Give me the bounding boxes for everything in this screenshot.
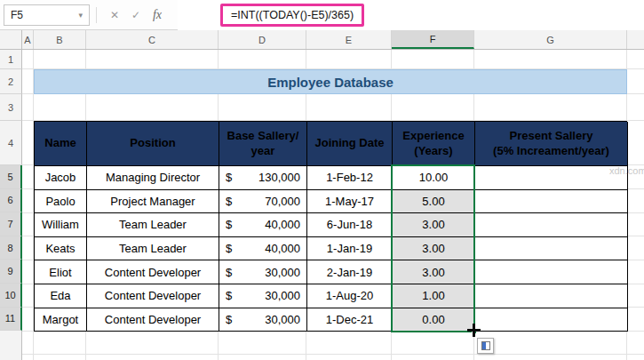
cell-name[interactable]: Paolo [35,190,87,214]
column-header-g[interactable]: G [474,30,627,49]
cell-name[interactable]: William [35,213,87,237]
cell-joining-date[interactable]: 6-Jun-18 [307,213,393,237]
cell-joining-date[interactable]: 1-Feb-12 [307,166,393,190]
cell-position[interactable]: Project Manager [87,190,219,214]
divider [96,7,97,23]
header-cell-name[interactable]: Name [35,122,87,166]
cell-present-salary[interactable] [475,237,628,261]
cell-position[interactable]: Team Leader [87,237,219,261]
cell-name[interactable]: Margot [35,308,87,332]
cell-position[interactable]: Content Developer [87,308,219,332]
row-header-4[interactable]: 4 [0,121,22,165]
sheet-title-cell[interactable]: Employee Database [34,69,627,94]
cell-position[interactable]: Content Developer [87,260,219,284]
row-header-7[interactable]: 7 [0,212,22,236]
cell-name[interactable]: Eliot [35,260,87,284]
row-header-6[interactable]: 6 [0,189,22,213]
cell-experience[interactable]: 3.00 [393,213,475,237]
cell-position[interactable]: Content Developer [87,284,219,308]
employee-table: Name Position Base Sallery/ year Joining… [34,121,627,332]
cell-position[interactable]: Team Leader [87,213,219,237]
header-cell-joining-date[interactable]: Joining Date [307,122,393,166]
header-cell-position[interactable]: Position [87,122,219,166]
cell-present-salary[interactable] [475,308,628,332]
formula-highlight-box: =INT((TODAY()-E5)/365) [220,4,364,27]
cell-name[interactable]: Jacob [35,166,87,190]
cell-experience[interactable]: 3.00 [393,237,475,261]
cell-position[interactable]: Managing Director [87,166,219,190]
cell-joining-date[interactable]: 1-Jan-19 [307,237,393,261]
currency-symbol: $ [226,242,232,255]
enter-icon[interactable]: ✓ [126,0,146,30]
currency-symbol: $ [226,289,232,302]
cell-experience[interactable]: 0.00 [393,308,475,332]
cell-joining-date[interactable]: 1-May-17 [307,190,393,214]
sheet-area: A B C D E F G 1 2 3 4 5 6 7 8 9 10 11 [0,30,644,360]
row-header-2[interactable]: 2 [0,69,22,94]
watermark-text: xdn.com [609,165,644,176]
cell-experience[interactable]: 5.00 [393,190,475,214]
column-header-a[interactable]: A [22,30,34,49]
column-header-b[interactable]: B [34,30,86,49]
formula-input[interactable]: =INT((TODAY()-E5)/365) [178,0,644,30]
row-header-5[interactable]: 5 [0,165,22,189]
active-cell-f5[interactable]: 10.00 [393,166,475,190]
cell-base-salary[interactable]: $30,000 [219,260,307,284]
currency-symbol: $ [226,266,232,279]
row-header-3[interactable]: 3 [0,94,22,121]
cell-base-salary[interactable]: $30,000 [219,308,307,332]
row-headers: 1 2 3 4 5 6 7 8 9 10 11 [0,50,22,360]
column-header-f[interactable]: F [392,30,474,49]
formula-text: =INT((TODAY()-E5)/365) [231,9,354,21]
header-cell-experience[interactable]: Experience (Years) [393,122,475,166]
row-header-9[interactable]: 9 [0,260,22,284]
cell-present-salary[interactable] [475,190,628,214]
cell-present-salary[interactable] [475,260,628,284]
row-header-11[interactable]: 11 [0,308,22,332]
row-header-10[interactable]: 10 [0,284,22,308]
cell-name[interactable]: Eda [35,284,87,308]
currency-symbol: $ [226,171,232,184]
name-box-dropdown-icon[interactable]: ▾ [78,11,83,20]
select-all-corner[interactable] [0,30,22,49]
row-header-1[interactable]: 1 [0,50,22,69]
cancel-icon[interactable]: ✕ [105,0,124,30]
cell-present-salary[interactable] [475,166,628,190]
cell-base-salary[interactable]: $30,000 [219,284,307,308]
cell-present-salary[interactable] [475,213,628,237]
autofill-grid-icon [481,341,490,350]
header-cell-base-salary[interactable]: Base Sallery/ year [219,122,307,166]
cell-name[interactable]: Keats [35,237,87,261]
cell-joining-date[interactable]: 2-Jan-19 [307,260,393,284]
excel-window: F5 ▾ ✕ ✓ fx =INT((TODAY()-E5)/365) A B C… [0,0,644,360]
header-cell-present-salary[interactable]: Present Sallery (5% Increament/year) [475,122,628,166]
column-headers: A B C D E F G [0,30,644,50]
cell-base-salary[interactable]: $40,000 [219,213,307,237]
cell-base-salary[interactable]: $40,000 [219,237,307,261]
currency-symbol: $ [226,195,232,208]
cell-base-salary[interactable]: $70,000 [219,190,307,214]
name-box[interactable]: F5 ▾ [4,4,90,26]
cell-joining-date[interactable]: 1-Dec-21 [307,308,393,332]
insert-function-icon[interactable]: fx [147,0,167,30]
column-header-d[interactable]: D [219,30,306,49]
row-header-filler [0,331,22,360]
column-header-e[interactable]: E [306,30,392,49]
cell-experience[interactable]: 3.00 [393,260,475,284]
autofill-options-button[interactable] [477,338,494,354]
name-box-value: F5 [11,9,23,21]
cell-experience[interactable]: 1.00 [393,284,475,308]
cell-joining-date[interactable]: 1-Aug-20 [307,284,393,308]
row-header-8[interactable]: 8 [0,236,22,260]
formula-bar: F5 ▾ ✕ ✓ fx =INT((TODAY()-E5)/365) [0,0,644,30]
column-header-filler [627,30,644,49]
column-header-c[interactable]: C [86,30,219,49]
cell-present-salary[interactable] [475,284,628,308]
currency-symbol: $ [226,218,232,231]
cell-base-salary[interactable]: $130,000 [219,166,307,190]
currency-symbol: $ [226,313,232,326]
